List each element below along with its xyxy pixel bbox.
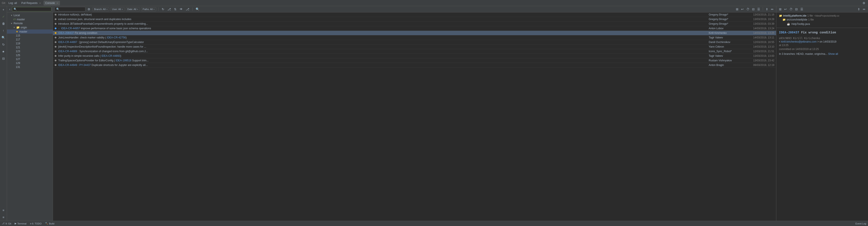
sidebar-item-master-local[interactable]: 🏷 master [7,17,53,22]
tab-pull-requests[interactable]: Pull Requests ✕ [20,1,42,5]
sidebar-item-branch-123[interactable]: 123 [7,49,53,53]
table-row[interactable]: introduce JBTabbedPane#tabComponentInset… [53,22,776,26]
commit-link[interactable]: IDEA-CR-44889 [58,50,77,53]
commit-link-2[interactable]: PY-34437 [80,64,91,67]
commit-message: introduce JBTabbedPane#tabComponentInset… [58,22,709,25]
tab-console[interactable]: Console ✕ [43,1,60,5]
table-row[interactable]: extract common json, structural search a… [53,17,776,22]
branch-filter-button[interactable]: Branch: All ÷ [93,7,109,11]
search-right-icon[interactable]: 🔍 [195,7,200,11]
commit-date: 14/03/2019, 13:11 [744,36,774,39]
detail-table-icon[interactable]: ☰ [800,7,804,11]
table-row[interactable]: IDEA-CR-44889 : Synchronization of chang… [53,49,776,54]
root-path: ~/IdeaProjects/intellij-co [814,14,839,17]
sidebar-item-branch-119[interactable]: 119 [7,41,53,45]
show-all-link[interactable]: Show all [828,52,838,55]
rail-outdent-icon[interactable]: ≡ [1,215,6,220]
commit-link[interactable]: IDEA-208437 [58,31,74,35]
sidebar-item-master-remote[interactable]: ★ master [7,30,53,34]
sidebar-item-branch-121[interactable]: 121 [7,45,53,49]
commit-link[interactable]: IDEA-CR-44897 [58,41,77,44]
sidebar-back-button[interactable]: ‹ [8,7,11,11]
origin-group[interactable]: ▼ 📁 origin [7,25,53,30]
pull-requests-close-icon[interactable]: ✕ [39,2,41,4]
local-group[interactable]: ▼ Local [7,13,53,17]
commit-author: Gregory.Shrago* [709,13,744,16]
date-filter-button[interactable]: Date: All ÷ [126,7,140,11]
remote-group[interactable]: ▼ Remote [7,22,53,25]
table-row[interactable]: IDEA-208437 Fix wrong condition Kirill K… [53,31,776,35]
console-close-icon[interactable]: ✕ [57,2,58,4]
expand-icon[interactable]: ⇕ [765,7,769,11]
rail-plus-icon[interactable]: + [1,7,6,12]
detail-graph-icon[interactable]: ⊟ [794,7,799,11]
rail-trash-icon[interactable]: 🗑 [1,21,6,26]
table-row[interactable]: [devkit] InspectionDescriptionNotFoundIn… [53,44,776,49]
status-git[interactable]: ⎇ 9: Git [2,222,11,225]
rail-indent-icon[interactable]: ≡ [1,208,6,213]
detail-collapse-icon[interactable]: ⊞ [778,7,782,11]
detail-undo-icon[interactable]: ↩ [783,7,788,11]
table-row[interactable]: TrailingSpacesOptionsProvider for Editor… [53,58,776,63]
sidebar-item-branch-127[interactable]: 127 [7,57,53,61]
commit-dot [55,55,57,57]
user-filter-button[interactable]: User: All ÷ [111,7,124,11]
detail-clock-icon[interactable]: ⏱ [788,7,794,11]
rail-search-icon[interactable]: 🔍 [1,35,6,40]
table-row[interactable]: ↓ IDEA-CR-44957 improve performance of s… [53,26,776,31]
rail-star-icon[interactable]: ★ [1,49,6,54]
status-build[interactable]: 🔨 Build [45,222,54,225]
sort-icon[interactable]: ⇅ [173,7,178,11]
detail-file-item[interactable]: ☕ HelpTooltip.java [786,22,865,26]
log-settings-icon[interactable]: ⚙ [87,7,91,11]
merge-icon[interactable]: ⎇ [185,7,190,11]
commit-dot [55,64,57,66]
detail-content: IDEA-208437 Fix wrong condition a93c9893… [776,28,868,221]
table-row[interactable]: introduce nullize(s, defValue) Gregory.S… [53,12,776,17]
detail-expand-icon[interactable]: ⇕ [857,7,861,11]
status-event-log[interactable]: Event Log [855,222,866,225]
commit-link[interactable]: IDEA-CR-44893 [101,54,120,58]
sub-folder-icon: 📁 [782,18,786,21]
terminal-label: Terminal [17,222,27,225]
rail-refresh-icon[interactable]: ↻ [1,42,6,47]
undo-icon[interactable]: ↩ [740,7,745,11]
eye-icon[interactable]: 👁 [179,7,184,11]
clock-icon[interactable]: ⏱ [745,7,750,11]
detail-title-link[interactable]: IDEA-208437 [779,31,799,34]
status-terminal[interactable]: ▶ Terminal [15,222,27,225]
sidebar-search-input[interactable] [12,7,52,11]
commit-link[interactable]: IDEA-CR-44949 [58,64,77,67]
detail-shrink-icon[interactable]: ⇔ [862,7,866,11]
collapse-icon[interactable]: ⊞ [735,7,739,11]
rail-arrow-icon[interactable]: ↑ [1,28,6,33]
main-area: + ✓ 🗑 ↑ 🔍 ↻ ★ ⊟ ≡ ≡ ‹ ▼ Local 🏷 master [0,6,868,221]
commit-link[interactable]: IDEA-CR-44957 [61,27,80,30]
rail-check-icon[interactable]: ✓ [1,14,6,19]
table-row[interactable]: IDEA-CR-44949 : PY-34437 Duplicate short… [53,63,776,68]
commit-link[interactable]: IDEA-199518 [116,59,131,62]
sidebar-item-branch-131[interactable]: 131 [7,65,53,69]
table-icon[interactable]: ☰ [756,7,761,11]
detail-commit-title: IDEA-208437 Fix wrong condition [779,31,865,34]
sidebar-item-branch-125[interactable]: 125 [7,53,53,57]
graph-icon[interactable]: ⊟ [751,7,755,11]
rail-layout-icon[interactable]: ⊟ [1,56,6,61]
status-todo[interactable]: ≡ 6: TODO [30,222,41,225]
branches-icon[interactable]: ⎇ [166,7,172,11]
table-row[interactable]: IDEA-CR-44897 : [groovy] extract Default… [53,40,776,44]
table-row[interactable]: Infer purity in simple recursive calls (… [53,54,776,58]
log-search-input[interactable] [55,7,85,11]
sidebar-item-branch-129[interactable]: 129 [7,61,53,65]
table-row[interactable]: JoinLinesHandler: check marker validity … [53,35,776,40]
shrink-icon[interactable]: ⇔ [770,7,774,11]
sidebar-item-branch-117[interactable]: 117 [7,38,53,41]
tab-log-all[interactable]: Log: all [7,1,19,5]
author-email-link[interactable]: kirill.kirichenko@jetbrains.com [781,40,816,43]
commit-link[interactable]: IDEA-CR-42756 [107,36,126,39]
paths-filter-button[interactable]: Paths: All ÷ [141,7,156,11]
sidebar-item-branch-115[interactable]: 115 [7,34,53,38]
log-table: introduce nullize(s, defValue) Gregory.S… [53,12,776,221]
refresh-icon[interactable]: ↻ [161,7,165,11]
settings-icon[interactable]: ⚙ [862,1,866,5]
